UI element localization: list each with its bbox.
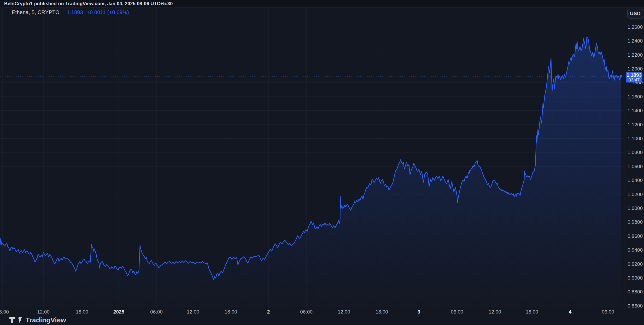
currency-unit-label: USD	[630, 11, 641, 16]
last-price-value: 1.1893	[627, 73, 642, 78]
price-axis[interactable]	[624, 7, 644, 309]
legend-change: +0.0011 (+0.09%)	[87, 9, 129, 15]
bar-countdown: 03:47	[629, 78, 640, 82]
last-price-badge: 1.1893 03:47	[626, 72, 642, 82]
attribution-bar: BeInCrypto1 published on TradingView.com…	[0, 0, 644, 8]
symbol-title: Ethena, 5, CRYPTO	[12, 9, 60, 15]
attribution-text: BeInCrypto1 published on TradingView.com…	[4, 1, 173, 7]
price-chart[interactable]: 0.86000.88000.90000.92000.94000.96000.98…	[0, 0, 644, 325]
tradingview-brand-text[interactable]: TradingView	[26, 316, 66, 324]
currency-unit-button[interactable]: USD	[627, 9, 643, 19]
chart-legend: Ethena, 5, CRYPTO 1.1893 +0.0011 (+0.09%…	[12, 9, 129, 15]
tradingview-published-chart-page: { "page": {"width": 2466, "height": 1245…	[0, 0, 644, 325]
footer-bar: TradingView	[0, 315, 644, 325]
tradingview-logo-icon[interactable]	[9, 316, 22, 324]
time-axis[interactable]	[0, 309, 624, 315]
legend-last-price: 1.1893	[67, 9, 83, 15]
last-point-dot	[619, 75, 622, 78]
